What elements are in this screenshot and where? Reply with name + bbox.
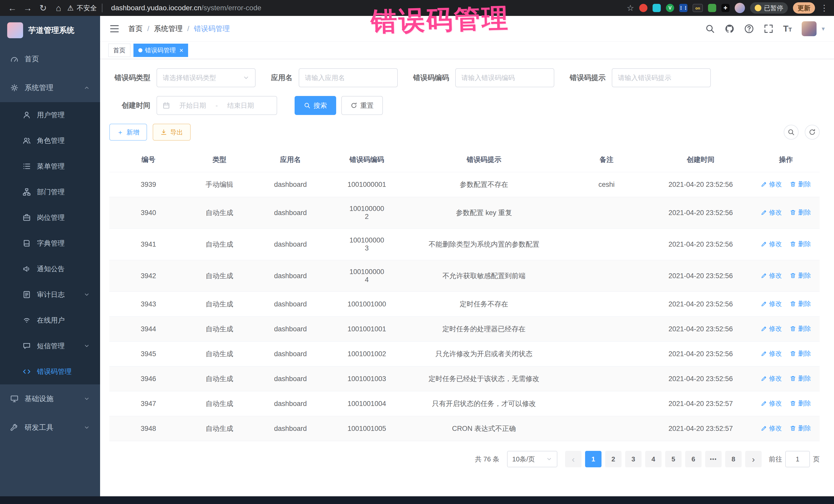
avatar-caret-icon[interactable]: ▾	[822, 25, 825, 32]
sidebar-item-dev-tools[interactable]: 研发工具	[0, 413, 100, 442]
extension-icon-teal[interactable]	[653, 4, 661, 12]
font-size-icon[interactable]: TT	[783, 24, 792, 34]
extension-icon-paw[interactable]	[708, 4, 716, 12]
sidebar-item-sms[interactable]: 短信管理	[0, 333, 100, 359]
sidebar-item-infrastructure[interactable]: 基础设施	[0, 385, 100, 413]
sidebar-item-home[interactable]: 首页	[0, 45, 100, 73]
extension-icon-v[interactable]: V	[666, 4, 674, 12]
sidebar-item-error-codes[interactable]: 错误码管理	[0, 359, 100, 385]
page-button[interactable]: 1	[585, 451, 601, 467]
error-code-input[interactable]	[461, 74, 548, 82]
forward-icon[interactable]: →	[21, 1, 35, 15]
extension-icon-grid[interactable]: ⋮⋮	[679, 4, 687, 12]
extension-icon-on-badge[interactable]: on	[693, 4, 703, 12]
user-avatar[interactable]	[802, 21, 816, 36]
edit-link[interactable]: 修改	[761, 208, 782, 217]
app-name-field[interactable]	[299, 68, 398, 87]
error-code-field[interactable]	[455, 68, 554, 87]
breadcrumb-home[interactable]: 首页	[128, 24, 143, 34]
delete-link[interactable]: 删除	[790, 300, 811, 308]
edit-link[interactable]: 修改	[761, 374, 782, 382]
error-type-input[interactable]	[163, 74, 239, 82]
delete-link[interactable]: 删除	[790, 399, 811, 408]
sidebar-item-system[interactable]: 系统管理	[0, 73, 100, 102]
tab-error-codes[interactable]: 错误码管理 ×	[133, 44, 188, 57]
error-msg-input[interactable]	[618, 74, 705, 82]
goto-page-input[interactable]	[785, 451, 810, 467]
prev-page-button[interactable]: ‹	[565, 451, 581, 467]
download-icon	[160, 129, 167, 135]
date-range-picker[interactable]: -	[156, 96, 277, 115]
error-type-select[interactable]	[156, 68, 256, 87]
hamburger-icon[interactable]	[109, 24, 119, 34]
edit-link[interactable]: 修改	[761, 240, 782, 248]
delete-link[interactable]: 删除	[790, 324, 811, 333]
cell-type: 自动生成	[187, 260, 251, 292]
edit-link[interactable]: 修改	[761, 349, 782, 358]
sidebar-item-users[interactable]: 用户管理	[0, 102, 100, 128]
toggle-search-button[interactable]	[784, 125, 798, 139]
delete-link[interactable]: 删除	[790, 349, 811, 358]
sidebar-item-departments[interactable]: 部门管理	[0, 179, 100, 205]
close-icon[interactable]: ×	[179, 47, 183, 53]
app-logo[interactable]: 芋道管理系统	[0, 16, 100, 45]
page-size-select[interactable]: 10条/页	[507, 451, 557, 467]
edit-link[interactable]: 修改	[761, 424, 782, 432]
bookmark-star-icon[interactable]: ☆	[627, 3, 634, 13]
page-button[interactable]: 3	[625, 451, 641, 467]
page-button[interactable]: 6	[685, 451, 702, 467]
next-page-button[interactable]: ›	[745, 451, 762, 467]
reload-icon[interactable]: ↻	[37, 1, 50, 15]
start-date-input[interactable]	[174, 102, 212, 110]
delete-link[interactable]: 删除	[790, 240, 811, 248]
tab-home[interactable]: 首页	[108, 44, 130, 57]
page-button[interactable]: 5	[665, 451, 682, 467]
megaphone-icon	[23, 265, 31, 273]
paused-badge[interactable]: 已暂停	[750, 2, 788, 14]
back-icon[interactable]: ←	[6, 1, 19, 15]
cell-code: 1001000001	[329, 172, 404, 197]
delete-link[interactable]: 删除	[790, 424, 811, 432]
sidebar-item-positions[interactable]: 岗位管理	[0, 205, 100, 231]
end-date-input[interactable]	[221, 102, 260, 110]
page-button[interactable]: 2	[605, 451, 621, 467]
page-button[interactable]: 4	[645, 451, 662, 467]
breadcrumb-system[interactable]: 系统管理	[154, 24, 183, 34]
delete-link[interactable]: 删除	[790, 271, 811, 280]
sidebar-item-online-users[interactable]: 在线用户	[0, 307, 100, 333]
url-bar[interactable]: dashboard.yudao.iocoder.cn/system/error-…	[111, 4, 261, 12]
sidebar-item-announcements[interactable]: 通知公告	[0, 256, 100, 282]
browser-profile-avatar[interactable]	[735, 3, 745, 13]
home-icon[interactable]: ⌂	[52, 1, 65, 15]
app-name-input[interactable]	[305, 74, 392, 82]
security-indicator[interactable]: ⚠ 不安全	[67, 4, 97, 13]
extensions-pin-icon[interactable]: ✚	[721, 4, 729, 12]
search-button[interactable]: 搜索	[294, 96, 336, 115]
sidebar-item-roles[interactable]: 角色管理	[0, 128, 100, 153]
extension-icon-red[interactable]	[639, 4, 648, 12]
edit-link[interactable]: 修改	[761, 300, 782, 308]
github-icon[interactable]	[725, 24, 734, 34]
fullscreen-icon[interactable]	[764, 24, 773, 34]
edit-link[interactable]: 修改	[761, 180, 782, 188]
help-icon[interactable]	[744, 24, 754, 34]
edit-link[interactable]: 修改	[761, 271, 782, 280]
delete-link[interactable]: 删除	[790, 180, 811, 188]
more-pages-button[interactable]: •••	[705, 451, 722, 467]
error-msg-field[interactable]	[612, 68, 711, 87]
edit-link[interactable]: 修改	[761, 399, 782, 408]
sidebar-item-menus[interactable]: 菜单管理	[0, 153, 100, 179]
sidebar-item-dictionary[interactable]: 字典管理	[0, 231, 100, 256]
edit-link[interactable]: 修改	[761, 324, 782, 333]
browser-menu-icon[interactable]: ⋮	[820, 3, 828, 13]
update-button[interactable]: 更新	[793, 2, 815, 14]
export-button[interactable]: 导出	[153, 124, 191, 140]
search-icon[interactable]	[705, 24, 715, 34]
sidebar-item-audit-logs[interactable]: 审计日志	[0, 282, 100, 307]
refresh-table-button[interactable]	[805, 125, 820, 139]
delete-link[interactable]: 删除	[790, 374, 811, 382]
delete-link[interactable]: 删除	[790, 208, 811, 217]
page-button[interactable]: 8	[725, 451, 742, 467]
reset-button[interactable]: 重置	[341, 96, 383, 115]
add-button[interactable]: ＋ 新增	[109, 124, 147, 140]
